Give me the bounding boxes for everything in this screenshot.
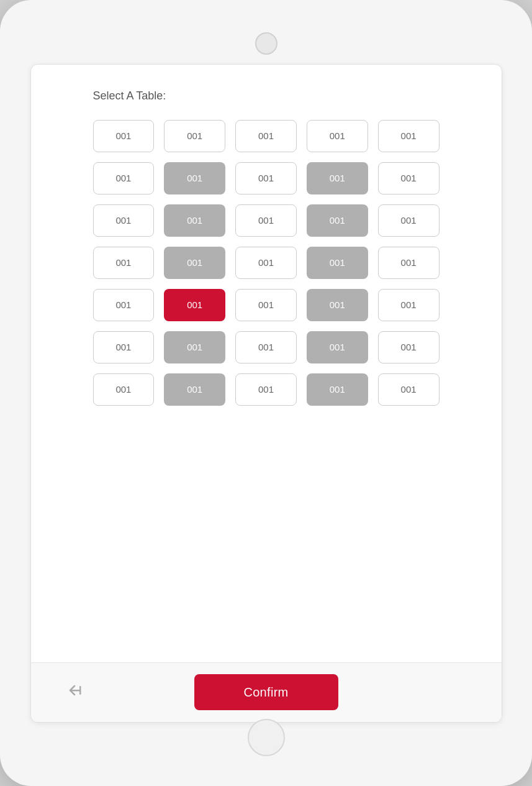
svg-rect-1 bbox=[79, 686, 81, 695]
screen: Select A Table: 001001001001001001001001… bbox=[30, 64, 502, 723]
confirm-button[interactable]: Confirm bbox=[194, 674, 338, 710]
table-btn-r4-c3[interactable]: 001 bbox=[307, 289, 368, 321]
device: Select A Table: 001001001001001001001001… bbox=[0, 0, 532, 786]
table-btn-r3-c3[interactable]: 001 bbox=[307, 247, 368, 279]
table-btn-r2-c0[interactable]: 001 bbox=[93, 204, 155, 237]
table-btn-r1-c4[interactable]: 001 bbox=[378, 162, 440, 194]
table-btn-r5-c2[interactable]: 001 bbox=[235, 331, 297, 363]
table-btn-r4-c1[interactable]: 001 bbox=[164, 289, 225, 321]
table-btn-r6-c1[interactable]: 001 bbox=[164, 373, 225, 406]
table-btn-r6-c3[interactable]: 001 bbox=[307, 373, 368, 406]
table-btn-r0-c1[interactable]: 001 bbox=[164, 120, 225, 152]
table-btn-r2-c3[interactable]: 001 bbox=[307, 204, 368, 237]
table-btn-r5-c1[interactable]: 001 bbox=[164, 331, 225, 363]
device-top-button bbox=[255, 32, 277, 55]
screen-footer: Confirm bbox=[31, 662, 502, 722]
table-btn-r3-c0[interactable]: 001 bbox=[93, 247, 155, 279]
table-btn-r5-c3[interactable]: 001 bbox=[307, 331, 368, 363]
table-btn-r6-c4[interactable]: 001 bbox=[378, 373, 440, 406]
table-btn-r5-c0[interactable]: 001 bbox=[93, 331, 155, 363]
screen-content: Select A Table: 001001001001001001001001… bbox=[31, 65, 502, 662]
table-btn-r1-c1[interactable]: 001 bbox=[164, 162, 225, 194]
table-btn-r4-c4[interactable]: 001 bbox=[378, 289, 440, 321]
device-bottom-button bbox=[248, 719, 285, 756]
table-btn-r1-c3[interactable]: 001 bbox=[307, 162, 368, 194]
back-icon[interactable] bbox=[68, 682, 84, 702]
table-btn-r6-c0[interactable]: 001 bbox=[93, 373, 155, 406]
table-btn-r0-c2[interactable]: 001 bbox=[235, 120, 297, 152]
table-btn-r2-c2[interactable]: 001 bbox=[235, 204, 297, 237]
table-grid: 0010010010010010010010010010010010010010… bbox=[93, 120, 440, 406]
table-btn-r4-c0[interactable]: 001 bbox=[93, 289, 155, 321]
table-btn-r1-c0[interactable]: 001 bbox=[93, 162, 155, 194]
section-title: Select A Table: bbox=[93, 89, 440, 103]
table-btn-r2-c4[interactable]: 001 bbox=[378, 204, 440, 237]
table-btn-r6-c2[interactable]: 001 bbox=[235, 373, 297, 406]
table-btn-r5-c4[interactable]: 001 bbox=[378, 331, 440, 363]
table-btn-r0-c0[interactable]: 001 bbox=[93, 120, 155, 152]
table-btn-r4-c2[interactable]: 001 bbox=[235, 289, 297, 321]
table-btn-r0-c3[interactable]: 001 bbox=[307, 120, 368, 152]
table-btn-r3-c4[interactable]: 001 bbox=[378, 247, 440, 279]
table-btn-r0-c4[interactable]: 001 bbox=[378, 120, 440, 152]
table-btn-r3-c1[interactable]: 001 bbox=[164, 247, 225, 279]
table-btn-r2-c1[interactable]: 001 bbox=[164, 204, 225, 237]
table-btn-r1-c2[interactable]: 001 bbox=[235, 162, 297, 194]
table-btn-r3-c2[interactable]: 001 bbox=[235, 247, 297, 279]
